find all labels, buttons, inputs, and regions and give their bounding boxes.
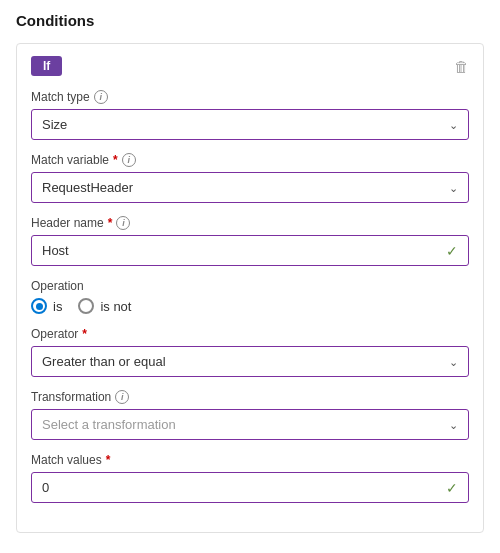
match-variable-group: Match variable * i RequestHeader ⌄ — [31, 153, 469, 203]
operation-isnot-radio[interactable] — [78, 298, 94, 314]
transformation-select[interactable]: Select a transformation — [32, 410, 468, 439]
transformation-info-icon[interactable]: i — [115, 390, 129, 404]
operation-is-option[interactable]: is — [31, 298, 62, 314]
operation-is-radio[interactable] — [31, 298, 47, 314]
header-name-group: Header name * i Host ✓ — [31, 216, 469, 266]
header-name-label: Header name * i — [31, 216, 469, 230]
page-title: Conditions — [16, 12, 484, 29]
match-values-group: Match values * ✓ — [31, 453, 469, 503]
match-type-group: Match type i Size ⌄ — [31, 90, 469, 140]
match-variable-select-wrapper: RequestHeader ⌄ — [31, 172, 469, 203]
transformation-group: Transformation i Select a transformation… — [31, 390, 469, 440]
operation-label: Operation — [31, 279, 469, 293]
transformation-select-wrapper: Select a transformation ⌄ — [31, 409, 469, 440]
operation-group: Operation is is not — [31, 279, 469, 314]
match-type-select-wrapper: Size ⌄ — [31, 109, 469, 140]
match-variable-info-icon[interactable]: i — [122, 153, 136, 167]
operator-group: Operator * Greater than or equal ⌄ — [31, 327, 469, 377]
operation-isnot-option[interactable]: is not — [78, 298, 131, 314]
header-name-select-wrapper: Host ✓ — [31, 235, 469, 266]
if-badge: If — [31, 56, 62, 76]
match-values-input-wrapper: ✓ — [31, 472, 469, 503]
condition-card: If 🗑 Match type i Size ⌄ Match variable … — [16, 43, 484, 533]
match-type-info-icon[interactable]: i — [94, 90, 108, 104]
header-name-select[interactable]: Host — [32, 236, 468, 265]
delete-icon[interactable]: 🗑 — [454, 59, 469, 74]
match-variable-label: Match variable * i — [31, 153, 469, 167]
match-type-select[interactable]: Size — [32, 110, 468, 139]
match-variable-select[interactable]: RequestHeader — [32, 173, 468, 202]
transformation-label: Transformation i — [31, 390, 469, 404]
header-name-info-icon[interactable]: i — [116, 216, 130, 230]
match-values-label: Match values * — [31, 453, 469, 467]
operation-row: is is not — [31, 298, 469, 314]
operator-select-wrapper: Greater than or equal ⌄ — [31, 346, 469, 377]
operator-label: Operator * — [31, 327, 469, 341]
operator-select[interactable]: Greater than or equal — [32, 347, 468, 376]
match-values-input[interactable] — [32, 473, 468, 502]
match-type-label: Match type i — [31, 90, 469, 104]
